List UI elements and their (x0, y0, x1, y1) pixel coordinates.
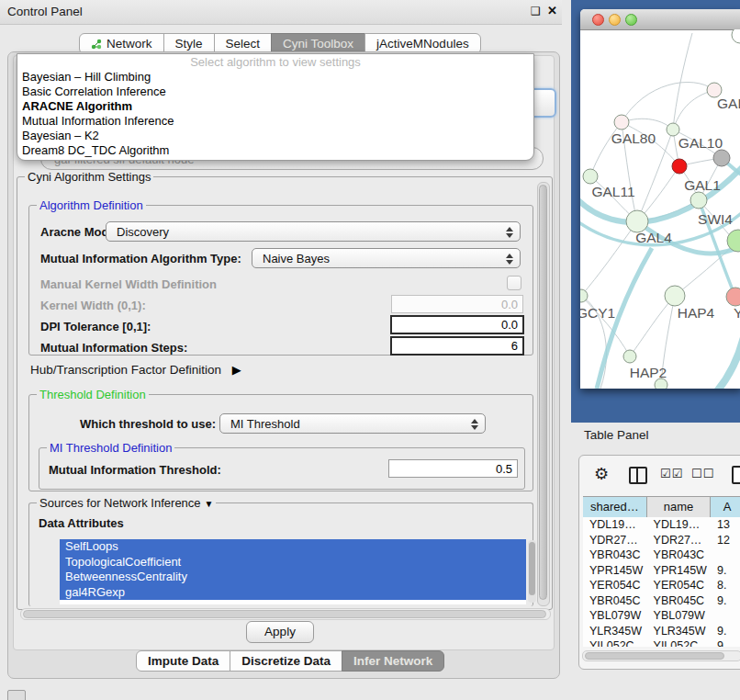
settings-vertical-scrollbar[interactable] (537, 182, 550, 606)
column-header[interactable]: A (711, 497, 740, 517)
apply-button[interactable]: Apply (246, 621, 314, 643)
table-horizontal-thumb[interactable] (585, 652, 724, 660)
dpi-tolerance-input[interactable] (390, 315, 524, 334)
table-panel-title: Table Panel (584, 428, 649, 442)
mi-type-combo[interactable]: Naive Bayes (252, 248, 521, 268)
node-label: GAL (717, 96, 740, 111)
show-columns-icon[interactable] (629, 467, 647, 484)
table-row[interactable]: YLR345WYLR345W9. (583, 624, 740, 639)
graph-node[interactable] (667, 123, 679, 136)
table-row[interactable]: YBR045CYBR045C9. (583, 593, 740, 609)
table-row[interactable]: YDL19…YDL19…13 (583, 517, 740, 533)
table-cell: 9. (711, 624, 740, 639)
tab-label: Network (107, 34, 152, 53)
mi-steps-label: Mutual Information Steps: (40, 341, 187, 355)
table-row[interactable]: YDR27…YDR27…12 (583, 533, 740, 548)
algorithm-option[interactable]: ARACNE Algorithm (17, 99, 533, 114)
graph-edge[interactable] (622, 82, 714, 122)
graph-edge[interactable] (673, 33, 692, 130)
zoom-button[interactable] (625, 14, 637, 26)
mi-steps-input[interactable] (390, 336, 524, 356)
settings-vertical-thumb[interactable] (539, 185, 547, 600)
table-horizontal-scrollbar[interactable] (582, 650, 740, 661)
table-cell: YBR045C (583, 593, 647, 609)
kernel-width-input[interactable] (391, 295, 523, 313)
tab-impute-data[interactable]: Impute Data (136, 650, 230, 672)
attributes-scrollbar[interactable] (528, 540, 536, 603)
node-label: SWI4 (698, 211, 733, 227)
table-cell: YBL079W (583, 608, 647, 624)
algorithm-option[interactable]: Bayesian – Hill Climbing (17, 70, 533, 85)
combo-stepper-icon (471, 418, 478, 431)
hub-definition-expander[interactable]: Hub/Transcription Factor Definition ▶ (30, 363, 241, 377)
table-row[interactable]: YPR145WYPR145W9. (583, 563, 740, 579)
attribute-item[interactable]: BetweennessCentrality (60, 570, 526, 585)
select-all-columns-icon[interactable]: ☑☑ (660, 467, 683, 480)
aracne-mode-combo[interactable]: Discovery (106, 221, 521, 242)
graph-edge[interactable] (581, 221, 637, 296)
table-cell (711, 548, 740, 563)
control-panel-titlebar[interactable]: Control Panel ❑ ✕ (0, 0, 562, 25)
bottom-left-chip[interactable] (7, 690, 26, 700)
graph-edge[interactable] (716, 325, 740, 389)
graph-node[interactable] (726, 288, 740, 306)
table-cell: YER054C (647, 578, 712, 593)
expand-arrow-icon[interactable]: ▶ (232, 363, 241, 377)
table-row[interactable]: YER054CYER054C8. (583, 578, 740, 593)
graph-node[interactable] (665, 286, 685, 306)
graph-node[interactable] (583, 169, 598, 184)
settings-horizontal-thumb[interactable] (23, 610, 546, 618)
tab-label: Style (175, 34, 203, 53)
node-label: GCY1 (580, 305, 615, 321)
table-cell: YBR043C (583, 548, 647, 563)
attribute-item[interactable]: gal4RGexp (60, 585, 526, 601)
graph-node[interactable] (580, 289, 588, 302)
graph-node[interactable] (732, 29, 740, 43)
graph-edge[interactable] (630, 296, 675, 356)
graph-node[interactable] (727, 230, 740, 252)
table-cell: YDL19… (583, 517, 647, 533)
manual-kernel-checkbox[interactable] (507, 276, 521, 290)
tab-infer-network[interactable]: Infer Network (342, 650, 444, 672)
table-cell: 9. (711, 563, 740, 579)
gear-icon[interactable]: ⚙ (594, 464, 609, 484)
table-cell: YBR043C (647, 548, 712, 563)
table-row[interactable]: YBR043CYBR043C (583, 548, 740, 563)
graph-node[interactable] (690, 192, 707, 209)
algorithm-option[interactable]: Mutual Information Inference (17, 114, 533, 129)
unselect-all-columns-icon[interactable]: ☐☐ (691, 467, 714, 480)
tab-label: Cyni Toolbox (283, 34, 353, 53)
node-label: HAP4 (678, 305, 715, 321)
collapse-arrow-icon[interactable]: ▼ (205, 499, 214, 509)
mi-threshold-input[interactable] (388, 459, 518, 478)
tab-discretize-data[interactable]: Discretize Data (230, 650, 342, 672)
sources-group: Sources for Network Inference▼ Data Attr… (28, 502, 533, 606)
table-row[interactable]: YBL079WYBL079W (583, 608, 740, 624)
minimize-button[interactable] (609, 14, 621, 26)
column-header[interactable]: shared… (583, 497, 647, 517)
close-icon[interactable]: ✕ (547, 4, 557, 17)
network-graph-canvas[interactable]: GALGAL80GAL10GAL11GAL1SWI4GAL4GCY1HAP4YH… (580, 29, 740, 389)
algorithm-option[interactable]: Dream8 DC_TDC Algorithm (17, 143, 533, 158)
attribute-item[interactable]: SelfLoops (60, 539, 526, 555)
which-threshold-combo[interactable]: MI Threshold (219, 413, 486, 434)
close-button[interactable] (592, 14, 604, 26)
column-header[interactable]: name (647, 497, 712, 517)
graph-edge[interactable] (622, 119, 673, 130)
graph-node[interactable] (614, 115, 629, 130)
graph-node[interactable] (713, 150, 730, 166)
graph-node[interactable] (623, 350, 636, 363)
sources-group-title[interactable]: Sources for Network Inference▼ (37, 496, 216, 510)
node-label: GAL10 (678, 135, 723, 151)
network-window-titlebar[interactable] (580, 9, 740, 30)
attribute-item[interactable]: TopologicalCoefficient (60, 555, 526, 570)
graph-node[interactable] (672, 159, 687, 174)
attributes-scroll-thumb[interactable] (529, 542, 535, 595)
algorithm-dropdown-placeholder: Select algorithm to view settings (17, 55, 533, 70)
table-row[interactable]: YIL052CYIL052C9. (583, 638, 740, 647)
graph-edge[interactable] (673, 90, 714, 130)
export-table-icon[interactable] (732, 466, 740, 484)
algorithm-option[interactable]: Basic Correlation Inference (17, 85, 533, 99)
settings-horizontal-scrollbar[interactable] (20, 608, 551, 620)
algorithm-option[interactable]: Bayesian – K2 (17, 129, 533, 143)
